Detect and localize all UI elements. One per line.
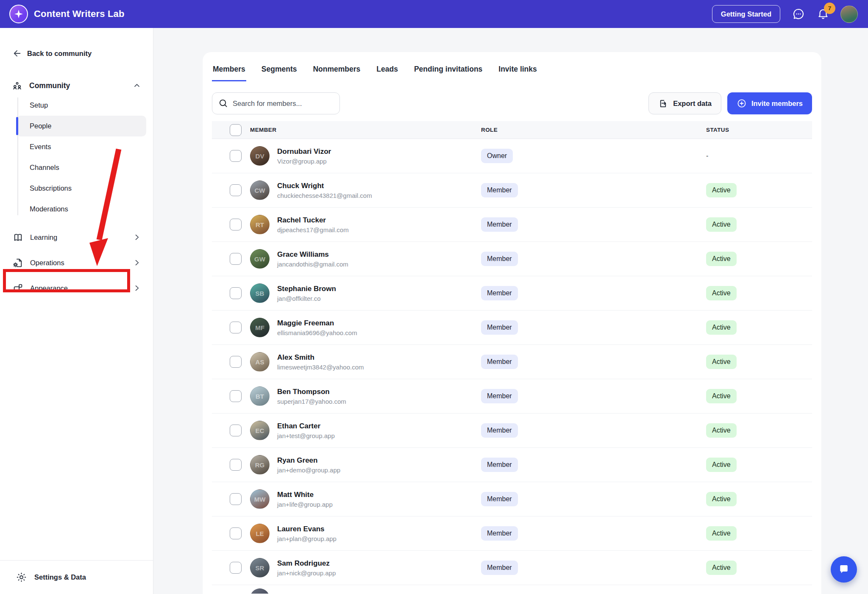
getting-started-button[interactable]: Getting Started	[712, 5, 780, 23]
tab-pending-invitations[interactable]: Pending invitations	[413, 63, 483, 81]
row-checkbox[interactable]	[230, 287, 242, 299]
table-row[interactable]: EC Ethan Carter jan+test@group.app Membe…	[212, 414, 812, 448]
brand-link[interactable]: Content Writers Lab	[9, 5, 125, 23]
sidebar-item-setup[interactable]: Setup	[16, 95, 146, 116]
table-row[interactable]: SB Stephanie Brown jan@offkilter.co Memb…	[212, 276, 812, 311]
table-row[interactable]: LE Lauren Evans jan+plan@group.app Membe…	[212, 516, 812, 551]
member-name: Stephanie Brown	[277, 284, 481, 293]
member-name: Maggie Freeman	[277, 319, 481, 328]
row-checkbox[interactable]	[230, 493, 242, 505]
member-name: Grace Williams	[277, 250, 481, 259]
member-avatar: DV	[250, 146, 270, 166]
table-row[interactable]: SR Sam Rodriguez jan+nick@group.app Memb…	[212, 551, 812, 585]
tab-leads[interactable]: Leads	[376, 63, 399, 81]
member-avatar: AS	[250, 352, 270, 372]
row-checkbox[interactable]	[230, 322, 242, 333]
community-people-icon	[12, 80, 22, 91]
status-badge: Active	[706, 286, 737, 300]
member-email: jancandothis@gmail.com	[277, 261, 481, 268]
avatar	[250, 588, 270, 594]
select-all-checkbox[interactable]	[230, 124, 242, 136]
community-subnav: SetupPeopleEventsChannelsSubscriptionsMo…	[16, 95, 146, 219]
chat-widget-icon	[837, 563, 850, 576]
members-table: MEMBER ROLE STATUS DV Dornubari Vizor Vi…	[212, 121, 812, 594]
sidebar-item-operations[interactable]: Operations	[0, 251, 153, 275]
role-badge: Owner	[481, 149, 513, 163]
column-header-status: STATUS	[706, 127, 812, 133]
sidebar-item-settings-data[interactable]: Settings & Data	[0, 560, 153, 594]
community-title: Content Writers Lab	[34, 8, 125, 19]
status-badge: Active	[706, 458, 737, 472]
member-email: jan+plan@group.app	[277, 535, 481, 542]
invite-members-button[interactable]: Invite members	[727, 92, 812, 114]
row-checkbox[interactable]	[230, 184, 242, 196]
back-to-community-link[interactable]: Back to community	[0, 47, 153, 59]
gear-icon	[16, 572, 27, 583]
tab-segments[interactable]: Segments	[261, 63, 298, 81]
messages-button[interactable]	[791, 7, 806, 21]
status-badge: Active	[706, 320, 737, 335]
export-data-button[interactable]: Export data	[648, 92, 721, 114]
sidebar-item-subscriptions[interactable]: Subscriptions	[16, 178, 146, 199]
status-badge: Active	[706, 252, 737, 266]
member-email: jan@offkilter.co	[277, 295, 481, 302]
sidebar-item-people[interactable]: People	[16, 116, 146, 136]
member-email: chuckiechesse43821@gmail.com	[277, 192, 481, 199]
member-avatar: GW	[250, 249, 270, 269]
row-checkbox[interactable]	[230, 150, 242, 162]
table-row[interactable]: DV Dornubari Vizor Vizor@group.app Owner…	[212, 139, 812, 173]
row-checkbox[interactable]	[230, 562, 242, 574]
members-controls: Export data Invite members	[212, 92, 812, 114]
row-checkbox[interactable]	[230, 253, 242, 265]
role-badge: Member	[481, 389, 518, 403]
column-header-role: ROLE	[481, 127, 706, 133]
member-email: Vizor@group.app	[277, 158, 481, 165]
row-checkbox[interactable]	[230, 425, 242, 436]
member-avatar: LE	[250, 524, 270, 543]
sidebar-item-moderations[interactable]: Moderations	[16, 199, 146, 219]
table-row[interactable]: RT Rachel Tucker djpeaches17@gmail.com M…	[212, 208, 812, 242]
row-checkbox[interactable]	[230, 527, 242, 539]
user-avatar[interactable]	[840, 6, 858, 23]
notifications-button[interactable]: 7	[816, 7, 830, 21]
table-row[interactable]: RG Ryan Green jan+demo@group.app Member …	[212, 448, 812, 482]
tab-nonmembers[interactable]: Nonmembers	[312, 63, 361, 81]
status-badge: Active	[706, 561, 737, 575]
tabs: MembersSegmentsNonmembersLeadsPending in…	[212, 63, 812, 81]
member-email: ellismania9696@yahoo.com	[277, 329, 481, 336]
tab-members[interactable]: Members	[212, 63, 246, 81]
row-checkbox[interactable]	[230, 459, 242, 471]
table-row[interactable]: AS Alex Smith limesweetjm3842@yahoo.com …	[212, 345, 812, 379]
role-badge: Member	[481, 183, 518, 197]
row-checkbox[interactable]	[230, 219, 242, 230]
table-row[interactable]: BT Ben Thompson superjan17@yahoo.com Mem…	[212, 379, 812, 414]
table-row[interactable]: MF Maggie Freeman ellismania9696@yahoo.c…	[212, 311, 812, 345]
status-badge: -	[706, 152, 708, 159]
sidebar-item-learning[interactable]: Learning	[0, 225, 153, 249]
table-row[interactable]: MW Matt White jan+life@group.app Member …	[212, 482, 812, 516]
sidebar-section-community[interactable]: Community	[0, 79, 153, 92]
chat-launcher-button[interactable]	[831, 556, 857, 583]
member-name: Lauren Evans	[277, 525, 481, 533]
member-name: Alex Smith	[277, 353, 481, 362]
tab-invite-links[interactable]: Invite links	[498, 63, 537, 81]
table-row[interactable]: CW Chuck Wright chuckiechesse43821@gmail…	[212, 173, 812, 208]
row-checkbox[interactable]	[230, 390, 242, 402]
row-checkbox[interactable]	[230, 356, 242, 368]
appearance-icon	[13, 283, 23, 294]
search-input[interactable]	[212, 92, 340, 114]
role-badge: Member	[481, 458, 518, 472]
member-avatar: MF	[250, 318, 270, 337]
table-row[interactable]: GW Grace Williams jancandothis@gmail.com…	[212, 242, 812, 276]
role-badge: Member	[481, 252, 518, 266]
status-badge: Active	[706, 183, 737, 197]
member-email: djpeaches17@gmail.com	[277, 226, 481, 233]
members-card: MembersSegmentsNonmembersLeadsPending in…	[203, 52, 821, 594]
member-name: Matt White	[277, 490, 481, 499]
sidebar-item-channels[interactable]: Channels	[16, 157, 146, 178]
sidebar-item-events[interactable]: Events	[16, 136, 146, 157]
member-avatar: RG	[250, 455, 270, 475]
sidebar-item-appearance[interactable]: Appearance	[0, 276, 153, 300]
member-name: Chuck Wright	[277, 181, 481, 190]
chat-bubble-icon	[792, 8, 805, 20]
